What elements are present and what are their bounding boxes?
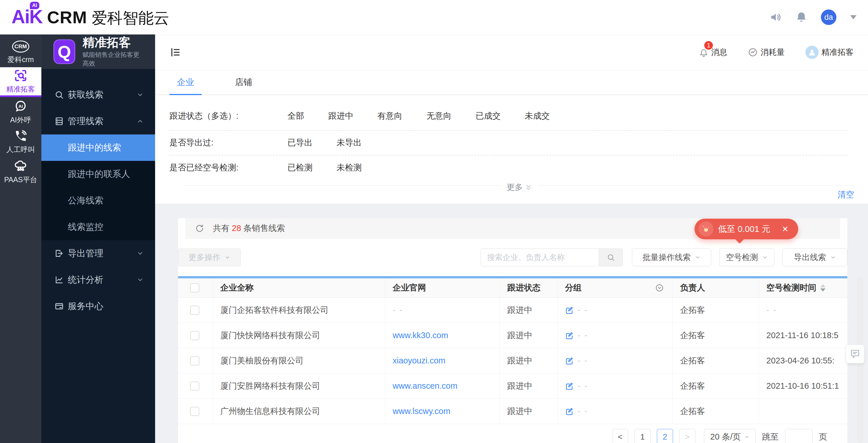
refresh-icon[interactable] xyxy=(195,224,204,233)
edit-group-icon[interactable] xyxy=(565,357,574,365)
filter-option-following[interactable]: 跟进中 xyxy=(328,110,353,122)
table-row: 厦门安胜网络科技有限公司 www.anscen.com 跟进中 - - 企拓客 … xyxy=(178,374,847,399)
search-icon xyxy=(55,90,64,99)
messages-button[interactable]: 1 消息 xyxy=(699,47,727,58)
rail-item-aike-crm[interactable]: CRM 爱科crm xyxy=(0,37,41,67)
sort-icon[interactable] xyxy=(820,284,826,292)
account-button[interactable]: 精准拓客 xyxy=(805,46,854,59)
rail-item-paas[interactable]: PAAS平台 xyxy=(0,157,41,187)
row-checkbox[interactable] xyxy=(190,382,199,391)
feedback-widget[interactable] xyxy=(846,345,865,363)
more-filters-button[interactable]: 更多 xyxy=(500,180,538,195)
column-check-time: 空号检测时间 xyxy=(759,278,847,297)
filter-option-not-interested[interactable]: 无意向 xyxy=(427,110,452,122)
sidebar-item-statistics[interactable]: 统计分析 xyxy=(41,267,155,293)
batch-actions-button[interactable]: 批量操作线索 xyxy=(632,248,711,266)
cell-website-link[interactable]: www.anscen.com xyxy=(393,381,458,391)
prev-page-button[interactable]: < xyxy=(612,429,628,443)
filter-label: 跟进状态（多选）: xyxy=(169,110,287,122)
sidebar-item-lead-monitor[interactable]: 线索监控 xyxy=(41,214,155,240)
sidebar-item-label: 管理线索 xyxy=(68,115,103,127)
sidebar-item-label: 跟进中的联系人 xyxy=(68,168,130,180)
filter-icon[interactable] xyxy=(655,284,664,292)
sidebar-item-following-leads[interactable]: 跟进中的线索 xyxy=(41,135,155,161)
promo-tooltip: 低至 0.001 元 ✕ xyxy=(694,218,798,239)
filter-option-closed-won[interactable]: 已成交 xyxy=(476,110,501,122)
column-status: 跟进状态 xyxy=(500,278,558,297)
search-input[interactable] xyxy=(481,249,599,266)
search-button[interactable] xyxy=(599,249,622,266)
consumption-button[interactable]: 消耗量 xyxy=(748,47,785,58)
cell-company-name: 厦门企拓客软件科技有限公司 xyxy=(213,298,385,323)
main-topbar: 1 消息 消耗量 精准拓客 xyxy=(155,34,868,70)
sidebar-item-service-center[interactable]: 服务中心 xyxy=(41,293,155,320)
brand-logo-crm: CRM xyxy=(47,7,87,27)
edit-group-icon[interactable] xyxy=(565,407,574,416)
rail-item-jingzhun-tuoke[interactable]: 精准拓客 xyxy=(0,67,41,97)
cell-website-link[interactable]: xiaoyouzi.com xyxy=(393,356,445,365)
page-jump-input[interactable] xyxy=(785,429,812,443)
edit-group-icon[interactable] xyxy=(565,382,574,390)
edit-group-icon[interactable] xyxy=(565,331,574,340)
filter-option-interested[interactable]: 有意向 xyxy=(377,110,402,122)
cell-owner: 企拓客 xyxy=(673,298,759,323)
rail-item-manual-call[interactable]: 人工呼叫 xyxy=(0,127,41,157)
row-checkbox[interactable] xyxy=(190,356,199,365)
next-page-button[interactable]: > xyxy=(679,429,695,443)
flame-icon xyxy=(699,222,713,236)
sidebar-menu: 获取线索 管理线索 跟进中的线索 跟进中的联系人 公海线索 线索监控 xyxy=(41,69,155,443)
filter-option-not-checked[interactable]: 未检测 xyxy=(337,162,362,174)
jump-suffix: 页 xyxy=(819,431,827,443)
tab-company[interactable]: 企业 xyxy=(169,70,202,95)
edit-group-icon[interactable] xyxy=(565,306,574,315)
page-button-2[interactable]: 2 xyxy=(657,429,673,443)
row-checkbox[interactable] xyxy=(190,407,199,416)
page-size-select[interactable]: 20 条/页 xyxy=(704,429,756,443)
cell-owner: 企拓客 xyxy=(673,348,759,373)
target-search-icon xyxy=(14,69,27,82)
sidebar-item-following-contacts[interactable]: 跟进中的联系人 xyxy=(41,161,155,187)
summary-text: 共有 28 条销售线索 xyxy=(213,223,285,234)
export-icon xyxy=(55,249,64,258)
cell-group: - - xyxy=(578,381,588,391)
empty-number-check-button[interactable]: 空号检测 xyxy=(719,248,774,266)
row-checkbox[interactable] xyxy=(190,306,199,315)
cell-website-link[interactable]: www.kk30.com xyxy=(393,331,448,340)
filter-option-exported[interactable]: 已导出 xyxy=(287,137,312,149)
chevron-down-icon xyxy=(744,434,749,440)
page-button-1[interactable]: 1 xyxy=(634,429,651,443)
sidebar-item-label: 线索监控 xyxy=(68,221,103,233)
bell-icon[interactable] xyxy=(796,11,807,23)
account-label: 精准拓客 xyxy=(822,47,854,58)
sidebar-item-label: 统计分析 xyxy=(68,274,103,286)
filter-option-not-exported[interactable]: 未导出 xyxy=(337,137,362,149)
column-group: 分组 xyxy=(558,278,673,297)
chevron-down-icon xyxy=(830,255,836,260)
close-icon[interactable]: ✕ xyxy=(782,225,788,234)
user-avatar[interactable]: da xyxy=(821,9,836,25)
sidebar-item-manage-leads[interactable]: 管理线索 xyxy=(41,108,155,135)
filter-option-all[interactable]: 全部 xyxy=(287,110,304,122)
cell-status: 跟进中 xyxy=(500,323,558,348)
sidebar-item-public-leads[interactable]: 公海线索 xyxy=(41,187,155,214)
collapse-sidebar-icon[interactable] xyxy=(170,47,181,58)
filter-label: 是否导出过: xyxy=(169,137,287,149)
rail-item-ai-call[interactable]: AI AI外呼 xyxy=(0,97,41,127)
cell-owner: 企拓客 xyxy=(673,374,759,398)
select-all-checkbox[interactable] xyxy=(190,283,199,292)
sidebar-item-export-manage[interactable]: 导出管理 xyxy=(41,240,155,267)
clear-filters-link[interactable]: 清空 xyxy=(838,189,854,201)
speaker-icon[interactable] xyxy=(770,11,782,23)
row-checkbox[interactable] xyxy=(190,331,199,340)
tab-shop[interactable]: 店铺 xyxy=(227,70,260,95)
cell-website-link[interactable]: www.lscwy.com xyxy=(393,407,451,416)
more-actions-button[interactable]: 更多操作 xyxy=(178,248,241,266)
leads-table: 企业全称 企业官网 跟进状态 分组 负责人 空号检测时间 xyxy=(178,276,847,424)
filter-option-checked[interactable]: 已检测 xyxy=(287,162,312,174)
sidebar-item-get-leads[interactable]: 获取线索 xyxy=(41,82,155,108)
filter-option-closed-lost[interactable]: 未成交 xyxy=(525,110,550,122)
chevron-down-icon[interactable] xyxy=(850,15,857,19)
consumption-label: 消耗量 xyxy=(761,47,785,58)
export-leads-button[interactable]: 导出线索 xyxy=(782,248,847,266)
cell-group: - - xyxy=(578,356,588,365)
